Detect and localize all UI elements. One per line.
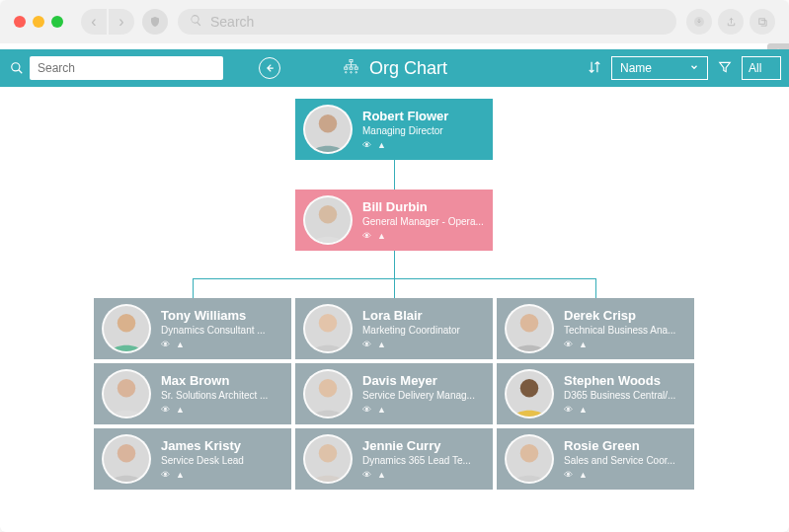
tree-icon[interactable]: ▲: [377, 340, 386, 349]
tree-icon[interactable]: ▲: [377, 405, 386, 415]
url-bar[interactable]: Search: [178, 9, 676, 35]
connector-line: [595, 278, 596, 298]
avatar: [303, 434, 353, 484]
eye-icon[interactable]: 👁: [161, 470, 170, 480]
tree-icon[interactable]: ▲: [176, 470, 185, 480]
tree-icon[interactable]: ▲: [579, 470, 588, 480]
shield-button[interactable]: [142, 9, 168, 35]
node-name: Derek Crisp: [564, 308, 686, 323]
org-node[interactable]: Jennie CurryDynamics 365 Lead Te...👁▲: [295, 428, 493, 490]
org-node[interactable]: Stephen WoodsD365 Business Central/...👁▲: [497, 363, 694, 424]
svg-point-10: [319, 114, 337, 132]
maximize-icon[interactable]: [51, 16, 63, 28]
org-node-manager[interactable]: Bill Durbin General Manager - Opera... 👁…: [295, 190, 493, 251]
eye-icon[interactable]: 👁: [564, 405, 573, 415]
node-action-icons: 👁 ▲: [362, 231, 485, 241]
eye-icon[interactable]: 👁: [362, 140, 371, 150]
node-action-icons: 👁 ▲: [362, 140, 485, 150]
org-node[interactable]: Max BrownSr. Solutions Architect ...👁▲: [94, 363, 291, 424]
node-action-icons: 👁▲: [564, 470, 686, 480]
eye-icon[interactable]: 👁: [362, 405, 371, 415]
svg-point-9: [355, 71, 356, 73]
org-chart-icon: [342, 58, 359, 79]
org-node[interactable]: James KristyService Desk Lead👁▲: [94, 428, 291, 490]
nav-back-button[interactable]: ‹: [81, 9, 107, 35]
filter-dropdown[interactable]: All: [742, 56, 781, 80]
svg-rect-5: [349, 67, 352, 69]
connector-line: [394, 278, 395, 298]
node-action-icons: 👁▲: [564, 405, 686, 415]
node-action-icons: 👁▲: [362, 405, 485, 415]
node-title: Sr. Solutions Architect ...: [161, 390, 283, 401]
search-input[interactable]: [30, 56, 223, 80]
svg-point-18: [118, 444, 135, 462]
org-node-root[interactable]: Robert Flower Managing Director 👁 ▲: [295, 99, 493, 160]
tree-icon[interactable]: ▲: [579, 405, 588, 415]
eye-icon[interactable]: 👁: [564, 470, 573, 480]
node-title: Dynamics 365 Lead Te...: [362, 455, 485, 466]
window-controls[interactable]: [14, 16, 63, 28]
eye-icon[interactable]: 👁: [362, 231, 371, 241]
node-title: Technical Business Ana...: [564, 325, 686, 336]
url-bar-placeholder: Search: [210, 14, 254, 30]
download-button[interactable]: [686, 9, 712, 35]
tree-icon[interactable]: ▲: [377, 470, 386, 480]
search-icon: [190, 14, 202, 30]
tree-icon[interactable]: ▲: [176, 340, 185, 349]
share-icon: [726, 17, 737, 28]
org-node[interactable]: Rosie GreenSales and Service Coor...👁▲: [497, 428, 694, 490]
close-icon[interactable]: [14, 16, 26, 28]
connector-line: [394, 160, 395, 190]
org-node[interactable]: Davis MeyerService Delivery Manag...👁▲: [295, 363, 493, 424]
eye-icon[interactable]: 👁: [362, 470, 371, 480]
svg-rect-4: [344, 67, 347, 69]
minimize-icon[interactable]: [33, 16, 44, 28]
node-name: Jennie Curry: [362, 438, 485, 453]
tabs-button[interactable]: [750, 9, 775, 35]
avatar: [102, 304, 151, 353]
eye-icon[interactable]: 👁: [161, 340, 170, 349]
org-node[interactable]: Lora BlairMarketing Coordinator👁▲: [295, 298, 493, 359]
node-name: Bill Durbin: [362, 199, 485, 214]
svg-point-8: [350, 71, 352, 73]
eye-icon[interactable]: 👁: [564, 340, 573, 349]
org-chart-canvas: Robert Flower Managing Director 👁 ▲ Bill…: [0, 87, 789, 527]
connector-line: [193, 278, 194, 298]
sort-dropdown[interactable]: Name: [611, 56, 708, 80]
org-node[interactable]: Tony WilliamsDynamics Consultant ...👁▲: [94, 298, 291, 359]
nav-forward-button[interactable]: ›: [109, 9, 134, 35]
node-action-icons: 👁▲: [161, 340, 283, 349]
avatar: [303, 105, 353, 154]
chevron-down-icon: [689, 61, 699, 75]
page-title: Org Chart: [369, 58, 447, 79]
node-name: Tony Williams: [161, 308, 283, 323]
node-name: Davis Meyer: [362, 373, 485, 388]
svg-point-14: [520, 314, 538, 332]
tree-icon[interactable]: ▲: [377, 140, 386, 150]
node-title: Sales and Service Coor...: [564, 455, 686, 466]
page-title-wrap: Org Chart: [342, 58, 447, 79]
filter-dropdown-label: All: [749, 61, 761, 75]
shield-icon: [149, 16, 161, 28]
node-action-icons: 👁▲: [362, 340, 485, 349]
tree-icon[interactable]: ▲: [176, 405, 185, 415]
sort-icon[interactable]: [588, 60, 601, 77]
sort-dropdown-label: Name: [620, 61, 652, 75]
back-button[interactable]: [259, 57, 280, 79]
tree-icon[interactable]: ▲: [579, 340, 588, 349]
eye-icon[interactable]: 👁: [161, 405, 170, 415]
node-name: James Kristy: [161, 438, 283, 453]
tabs-icon: [757, 17, 768, 28]
org-node[interactable]: Derek CrispTechnical Business Ana...👁▲: [497, 298, 694, 359]
share-button[interactable]: [718, 9, 744, 35]
avatar: [505, 434, 554, 484]
node-name: Rosie Green: [564, 438, 686, 453]
filter-icon[interactable]: [718, 60, 732, 77]
node-action-icons: 👁▲: [362, 470, 485, 480]
search-icon: [8, 61, 26, 75]
node-title: D365 Business Central/...: [564, 390, 686, 401]
tree-icon[interactable]: ▲: [377, 231, 386, 241]
svg-point-17: [520, 379, 538, 397]
avatar: [505, 304, 554, 353]
eye-icon[interactable]: 👁: [362, 340, 371, 349]
